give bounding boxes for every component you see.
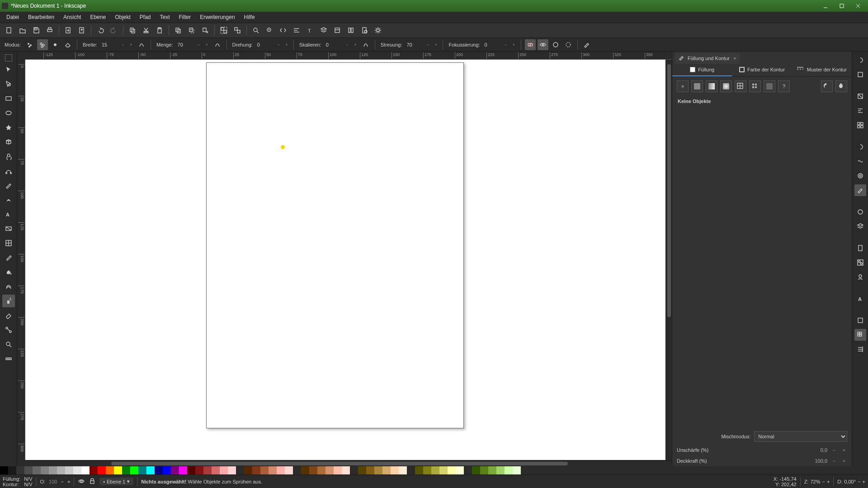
color-palette[interactable]: [0, 466, 868, 474]
menu-ebene[interactable]: Ebene: [85, 12, 110, 22]
palette-swatch[interactable]: [732, 466, 741, 474]
tab-stroke-paint[interactable]: Farbe der Kontur: [732, 63, 792, 76]
xml-editor-button[interactable]: [277, 24, 289, 37]
palette-swatch[interactable]: [382, 466, 391, 474]
text-tool[interactable]: A: [2, 208, 15, 221]
palette-swatch[interactable]: [472, 466, 480, 474]
status-stroke-value[interactable]: N/V: [24, 482, 32, 487]
dock-new-icon[interactable]: [854, 54, 866, 66]
palette-swatch[interactable]: [684, 466, 692, 474]
palette-swatch[interactable]: [252, 466, 260, 474]
dock-arrange-icon[interactable]: [854, 119, 866, 131]
paint-radial-button[interactable]: [720, 80, 732, 92]
spiral-tool[interactable]: [2, 150, 15, 163]
spray-over-visible-button[interactable]: [538, 39, 548, 50]
palette-swatch[interactable]: [448, 466, 456, 474]
new-document-button[interactable]: [3, 24, 15, 37]
paint-hsluv-button[interactable]: [821, 80, 833, 92]
menu-erweiterungen[interactable]: Erweiterungen: [195, 12, 239, 22]
bezier-tool[interactable]: [2, 164, 15, 177]
menu-datei[interactable]: Datei: [2, 12, 24, 22]
palette-swatch[interactable]: [358, 466, 366, 474]
palette-swatch[interactable]: [122, 466, 130, 474]
print-button[interactable]: [43, 24, 56, 37]
opacity-value[interactable]: 100,0: [805, 458, 827, 464]
menge-input[interactable]: [177, 41, 194, 48]
paint-unknown-button[interactable]: ?: [778, 80, 790, 92]
palette-swatch[interactable]: [505, 466, 513, 474]
palette-swatch[interactable]: [578, 466, 586, 474]
palette-swatch[interactable]: [179, 466, 187, 474]
spray-pick-color-button[interactable]: [563, 39, 574, 50]
align-button[interactable]: [290, 24, 303, 37]
dock-paint-servers-icon[interactable]: [854, 170, 866, 182]
paint-none-button[interactable]: ×: [677, 80, 689, 92]
zoom-selection-button[interactable]: [250, 24, 262, 37]
group-button[interactable]: [217, 24, 230, 37]
scrollbar-horizontal[interactable]: [25, 460, 672, 466]
palette-swatch[interactable]: [212, 466, 220, 474]
palette-swatch[interactable]: [342, 466, 350, 474]
dock-text-icon[interactable]: A: [854, 293, 866, 305]
palette-swatch[interactable]: [407, 466, 415, 474]
spray-over-transparent-button[interactable]: [550, 39, 561, 50]
palette-swatch[interactable]: [537, 466, 545, 474]
mesh-tool[interactable]: [2, 237, 15, 249]
paint-swatch-button[interactable]: [764, 80, 775, 92]
palette-swatch[interactable]: [98, 466, 106, 474]
palette-swatch[interactable]: [16, 466, 24, 474]
menu-pfad[interactable]: Pfad: [135, 12, 156, 22]
palette-swatch[interactable]: [830, 466, 838, 474]
zoom-in-button[interactable]: +: [827, 479, 830, 484]
tweak-tool[interactable]: [2, 280, 15, 293]
palette-swatch[interactable]: [692, 466, 700, 474]
skalieren-decrease[interactable]: −: [344, 42, 350, 48]
palette-swatch[interactable]: [618, 466, 627, 474]
dock-selectors-icon[interactable]: [854, 271, 866, 283]
palette-swatch[interactable]: [456, 466, 464, 474]
palette-swatch[interactable]: [806, 466, 814, 474]
menu-ansicht[interactable]: Ansicht: [59, 12, 85, 22]
paintbucket-tool[interactable]: [2, 266, 15, 278]
palette-swatch[interactable]: [326, 466, 334, 474]
paste-button[interactable]: [153, 24, 166, 37]
paint-flat-button[interactable]: [691, 80, 703, 92]
node-tool[interactable]: [2, 78, 15, 90]
duplicate-button[interactable]: [172, 24, 184, 37]
palette-swatch[interactable]: [529, 466, 537, 474]
breite-decrease[interactable]: −: [120, 42, 126, 48]
clone-button[interactable]: [185, 24, 198, 37]
layers-button[interactable]: [317, 24, 330, 37]
palette-swatch[interactable]: [838, 466, 846, 474]
palette-swatch[interactable]: [269, 466, 277, 474]
palette-swatch[interactable]: [334, 466, 342, 474]
document-properties-button[interactable]: [358, 24, 371, 37]
palette-swatch[interactable]: [260, 466, 269, 474]
dock-fill-stroke-icon[interactable]: [854, 184, 866, 196]
palette-swatch[interactable]: [627, 466, 635, 474]
status-lock-icon[interactable]: [89, 478, 96, 486]
breite-pressure-button[interactable]: [136, 39, 147, 50]
spray-mode-single-button[interactable]: [50, 39, 61, 50]
gradient-tool[interactable]: [2, 222, 15, 235]
palette-swatch[interactable]: [561, 466, 570, 474]
selectors-button[interactable]: [344, 24, 357, 37]
palette-swatch[interactable]: [659, 466, 667, 474]
palette-swatch[interactable]: [757, 466, 765, 474]
palette-swatch[interactable]: [171, 466, 179, 474]
palette-swatch[interactable]: [854, 466, 863, 474]
palette-swatch[interactable]: [675, 466, 684, 474]
dock-objects-icon[interactable]: [854, 206, 866, 218]
palette-swatch[interactable]: [293, 466, 301, 474]
rotation-value[interactable]: 0,00°: [844, 479, 856, 484]
rotation-decrease[interactable]: −: [858, 479, 860, 484]
dock-document-properties-icon[interactable]: [854, 242, 866, 254]
palette-swatch[interactable]: [130, 466, 138, 474]
menu-filter[interactable]: Filter: [175, 12, 196, 22]
zoom-value[interactable]: 72%: [810, 479, 820, 484]
palette-swatch[interactable]: [244, 466, 252, 474]
palette-swatch[interactable]: [700, 466, 708, 474]
drehung-input[interactable]: [256, 41, 274, 48]
blur-value[interactable]: 0,0: [805, 447, 827, 453]
open-document-button[interactable]: [16, 24, 29, 37]
